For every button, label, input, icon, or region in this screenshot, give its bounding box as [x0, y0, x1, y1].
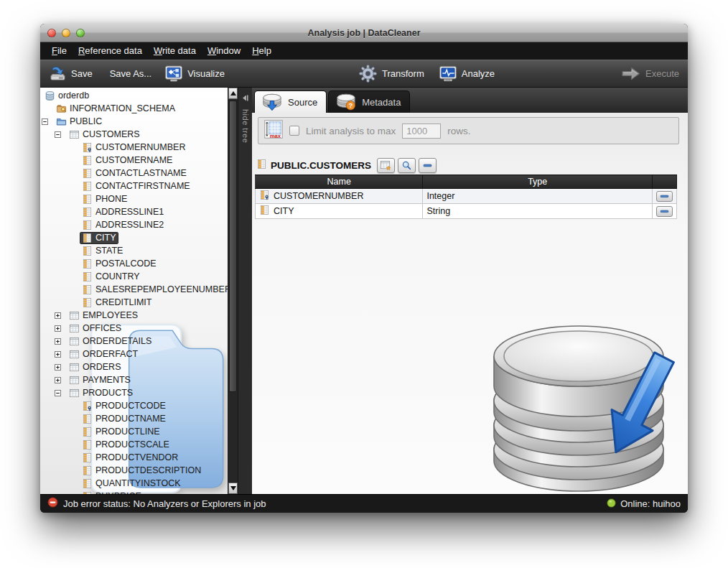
tree-item-orders[interactable]: ORDERS — [40, 360, 228, 373]
tree-item-productvendor[interactable]: PRODUCTVENDOR — [40, 451, 228, 464]
table-row-customernumber[interactable]: CUSTOMERNUMBERInteger — [256, 189, 677, 204]
column-icon — [81, 297, 93, 308]
database-download-icon — [260, 90, 284, 113]
main-toolbar: SaveSave As...Visualize TransformAnalyze… — [40, 60, 688, 88]
column-icon — [81, 414, 93, 424]
limit-checkbox[interactable] — [289, 126, 299, 136]
column-header-type[interactable]: Type — [423, 175, 653, 189]
status-message: Job error status: No Analyzers or Explor… — [63, 498, 602, 509]
scrollbar-track[interactable] — [228, 99, 238, 483]
remove-column-button[interactable] — [656, 191, 673, 202]
expander-plus-icon[interactable] — [55, 338, 67, 345]
tree-item-addressline1[interactable]: ADDRESSLINE1 — [40, 205, 228, 218]
visualize-button[interactable]: Visualize — [164, 65, 225, 83]
column-icon — [81, 194, 93, 205]
database-icon — [44, 90, 55, 101]
menu-reference-data[interactable]: Reference data — [73, 42, 148, 60]
tree-item-productscale[interactable]: PRODUCTSCALE — [40, 438, 228, 451]
table-row-city[interactable]: CITYString — [256, 204, 677, 219]
tree-item-public[interactable]: PUBLIC — [40, 115, 228, 128]
table-icon — [68, 310, 80, 321]
tree-item-productline[interactable]: PRODUCTLINE — [40, 425, 228, 438]
limit-analysis-panel: max Limit analysis to max rows. — [258, 117, 679, 144]
menu-help[interactable]: Help — [246, 42, 277, 60]
expander-minus-icon[interactable] — [55, 131, 67, 138]
scrollbar-thumb[interactable] — [229, 101, 237, 392]
expander-plus-icon[interactable] — [55, 377, 67, 383]
expander-minus-icon[interactable] — [42, 118, 55, 125]
tree-item-customername[interactable]: CUSTOMERNAME — [40, 154, 228, 167]
column-icon — [81, 271, 93, 282]
tree-item-contactfirstname[interactable]: CONTACTFIRSTNAME — [40, 180, 228, 192]
title-bar[interactable]: Analysis job | DataCleaner — [40, 24, 688, 42]
tree-item-postalcode[interactable]: POSTALCODE — [40, 257, 228, 270]
table-icon — [68, 336, 80, 347]
tree-item-productcode[interactable]: PRODUCTCODE — [40, 399, 228, 412]
tree-item-state[interactable]: STATE — [40, 244, 228, 257]
tree-item-city[interactable]: CITY — [40, 231, 228, 244]
limit-rows-input[interactable] — [402, 124, 441, 139]
save-as-button[interactable]: Save As... — [106, 68, 152, 79]
remove-minus-button[interactable] — [419, 158, 437, 173]
online-icon — [607, 498, 616, 510]
tree-item-salesrepemployeenumber[interactable]: SALESREPEMPLOYEENUMBER — [40, 283, 228, 296]
menu-file[interactable]: File — [46, 42, 73, 60]
execute-button[interactable]: Execute — [620, 65, 679, 82]
tree-item-productname[interactable]: PRODUCTNAME — [40, 412, 228, 425]
tree-item-productdescription[interactable]: PRODUCTDESCRIPTION — [40, 464, 228, 477]
add-table-button[interactable] — [377, 158, 395, 173]
tree-item-contactlastname[interactable]: CONTACTLASTNAME — [40, 167, 228, 180]
column-key-icon — [81, 401, 93, 411]
table-icon — [68, 323, 80, 334]
tab-metadata[interactable]: ?Metadata — [328, 90, 410, 113]
tree-item-orderfact[interactable]: ORDERFACT — [40, 348, 228, 360]
save-button[interactable]: Save — [49, 65, 93, 83]
zoom-window-button[interactable] — [76, 29, 85, 37]
tab-source[interactable]: Source — [254, 90, 327, 113]
tree-item-employees[interactable]: EMPLOYEES — [40, 309, 228, 322]
menu-write-data[interactable]: Write data — [148, 42, 202, 60]
expander-minus-icon[interactable] — [55, 390, 67, 396]
hide-tree-strip[interactable]: hide tree — [238, 88, 252, 494]
minimize-window-button[interactable] — [62, 29, 70, 37]
tree-item-payments[interactable]: PAYMENTS — [40, 373, 228, 386]
source-content: max Limit analysis to max rows. PUBLIC.C… — [252, 113, 688, 494]
tree-item-offices[interactable]: OFFICES — [40, 322, 228, 335]
tree-item-orderdetails[interactable]: ORDERDETAILS — [40, 335, 228, 348]
close-window-button[interactable] — [47, 29, 56, 37]
tree-scrollbar[interactable] — [228, 88, 238, 494]
tree-item-quantityinstock[interactable]: QUANTITYINSTOCK — [40, 477, 228, 490]
tree-item-country[interactable]: COUNTRY — [40, 270, 228, 283]
column-header-name[interactable]: Name — [256, 175, 423, 189]
tree-item-addressline2[interactable]: ADDRESSLINE2 — [40, 218, 228, 231]
expander-plus-icon[interactable] — [55, 364, 67, 371]
column-icon — [81, 491, 93, 495]
tree-item-buyprice[interactable]: BUYPRICE — [40, 490, 228, 494]
tree-item-customers[interactable]: CUSTOMERS — [40, 128, 228, 141]
column-icon — [81, 246, 93, 256]
analyze-button[interactable]: Analyze — [439, 65, 495, 83]
column-icon — [81, 465, 93, 476]
limit-suffix: rows. — [447, 126, 470, 136]
tree-item-phone[interactable]: PHONE — [40, 192, 228, 205]
toolbar-left-group: SaveSave As...Visualize — [49, 65, 225, 83]
database-question-icon: ? — [334, 90, 358, 113]
tree-item-products[interactable]: PRODUCTS — [40, 386, 228, 399]
expander-plus-icon[interactable] — [55, 351, 67, 358]
tree-item-creditlimit[interactable]: CREDITLIMIT — [40, 296, 228, 309]
expander-plus-icon[interactable] — [55, 312, 67, 319]
tree-item-customernumber[interactable]: CUSTOMERNUMBER — [40, 141, 228, 154]
status-bar: Job error status: No Analyzers or Explor… — [40, 494, 688, 513]
tree-item-orderdb[interactable]: orderdb — [40, 89, 228, 102]
scroll-down-button[interactable] — [228, 483, 238, 494]
tree-item-information_schema[interactable]: INFORMATION_SCHEMA — [40, 102, 228, 115]
expander-plus-icon[interactable] — [55, 325, 67, 332]
remove-column-button[interactable] — [656, 206, 673, 217]
menu-window[interactable]: Window — [202, 42, 246, 60]
column-icon — [81, 220, 93, 231]
preview-magnifier-button[interactable] — [398, 158, 416, 173]
toolbar-right-group: Execute — [620, 65, 679, 82]
transform-button[interactable]: Transform — [358, 64, 424, 83]
source-table-title: PUBLIC.CUSTOMERS — [271, 160, 371, 171]
scroll-up-button[interactable] — [228, 88, 238, 99]
